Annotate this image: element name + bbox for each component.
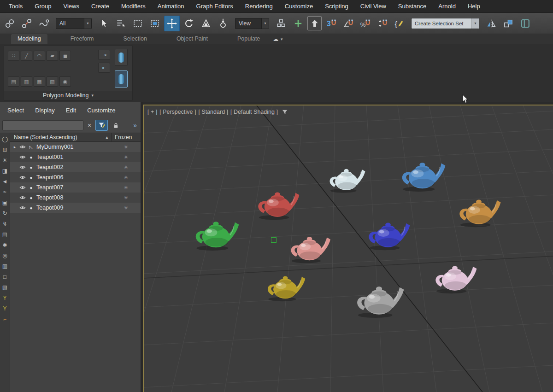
- perspective-viewport[interactable]: [ + ][ Perspective ][ Standard ][ Defaul…: [143, 105, 553, 392]
- edge-mode-button[interactable]: ╱: [21, 51, 32, 61]
- viewport-pov-label[interactable]: [ Perspective ]: [159, 109, 196, 115]
- preview-subobject-button[interactable]: ▥: [21, 76, 32, 87]
- display-materials-icon[interactable]: ▥: [2, 263, 7, 269]
- display-frozen-icon[interactable]: ✱: [2, 242, 7, 248]
- visibility-eye-icon[interactable]: [19, 194, 26, 201]
- explorer-menu-select[interactable]: Select: [7, 107, 24, 114]
- border-mode-button[interactable]: ◠: [34, 51, 45, 61]
- previous-modifier-button[interactable]: ⇤: [98, 63, 110, 73]
- display-objects-icon[interactable]: □: [3, 274, 6, 280]
- explorer-menu-customize[interactable]: Customize: [87, 107, 115, 114]
- ribbon-tab-object-paint[interactable]: Object Paint: [170, 34, 214, 44]
- mirror-button[interactable]: [483, 16, 499, 31]
- scene-row-teapot007[interactable]: ●Teapot007✳: [10, 182, 141, 193]
- clear-search-icon[interactable]: ×: [86, 122, 93, 129]
- next-modifier-button[interactable]: ⇥: [98, 50, 110, 60]
- menu-item-views[interactable]: Views: [58, 0, 85, 12]
- display-groups-icon[interactable]: ▣: [2, 200, 7, 205]
- use-pivot-point-center-button[interactable]: [273, 16, 289, 31]
- scene-row-mydummy001[interactable]: ▸◺MyDummy001✳: [10, 142, 141, 152]
- visibility-eye-icon[interactable]: [19, 205, 26, 211]
- expand-icon[interactable]: ▸: [12, 145, 17, 149]
- select-by-name-button[interactable]: [113, 16, 129, 31]
- ribbon-options-button[interactable]: ☁ ▼: [273, 36, 283, 44]
- teapot-royal-blue[interactable]: [363, 217, 413, 251]
- menu-item-arnold[interactable]: Arnold: [432, 0, 462, 12]
- element-mode-button[interactable]: ◼: [59, 51, 71, 61]
- spinner-snap-toggle-button[interactable]: [374, 16, 390, 31]
- display-helpers-icon[interactable]: ◄: [2, 179, 8, 184]
- angle-snap-toggle-button[interactable]: [340, 16, 356, 31]
- frozen-icon[interactable]: ✳: [124, 164, 128, 170]
- ribbon-toggle-2-button[interactable]: [115, 70, 128, 88]
- column-header-name[interactable]: Name (Sorted Ascending) ▲: [10, 133, 111, 141]
- ribbon-toggle-1-button[interactable]: [115, 49, 128, 66]
- explorer-menu-display[interactable]: Display: [35, 107, 55, 114]
- display-bones-icon[interactable]: ↯: [2, 221, 7, 227]
- menu-item-animation[interactable]: Animation: [152, 0, 190, 12]
- display-layers-icon[interactable]: ▧: [2, 285, 7, 290]
- viewport-shading-label[interactable]: [ Default Shading ]: [230, 109, 278, 115]
- teapot-gray[interactable]: [350, 281, 408, 319]
- display-lights-icon[interactable]: ☀: [2, 158, 7, 163]
- snaps-toggle-button[interactable]: [323, 16, 339, 31]
- frozen-icon[interactable]: ✳: [124, 154, 128, 160]
- select-and-manipulate-button[interactable]: [290, 16, 306, 31]
- menu-item-customize[interactable]: Customize: [279, 0, 319, 12]
- teapot-salmon[interactable]: [285, 232, 334, 264]
- scene-row-teapot006[interactable]: ●Teapot006✳: [10, 172, 141, 182]
- column-header-frozen[interactable]: Frozen: [111, 133, 141, 141]
- explorer-menu-edit[interactable]: Edit: [66, 107, 76, 114]
- ribbon-tab-modeling[interactable]: Modeling: [11, 34, 47, 44]
- filter-combination-icon[interactable]: Y: [3, 295, 6, 301]
- menu-item-help[interactable]: Help: [462, 0, 486, 12]
- display-space-warps-icon[interactable]: ≈: [3, 189, 6, 195]
- visibility-eye-icon[interactable]: [19, 184, 26, 191]
- frozen-icon[interactable]: ✳: [124, 195, 128, 201]
- teapot-orange[interactable]: [453, 194, 504, 228]
- viewport-filter-funnel-icon[interactable]: [282, 109, 288, 115]
- teapot-green[interactable]: [189, 216, 242, 252]
- visibility-eye-icon[interactable]: [19, 144, 26, 150]
- menu-item-modifiers[interactable]: Modifiers: [115, 0, 152, 12]
- search-input[interactable]: [2, 120, 83, 130]
- display-cameras-icon[interactable]: ◨: [2, 168, 7, 174]
- frozen-icon[interactable]: ✳: [124, 185, 128, 191]
- menu-item-scripting[interactable]: Scripting: [319, 0, 354, 12]
- expand-strip-icon[interactable]: ⌐: [3, 316, 6, 322]
- visibility-eye-icon[interactable]: [19, 154, 26, 160]
- select-and-rotate-button[interactable]: [181, 16, 197, 31]
- lock-explorer-button[interactable]: [111, 120, 121, 130]
- vertex-mode-button[interactable]: ∷: [8, 51, 19, 61]
- frozen-icon[interactable]: ✳: [124, 144, 128, 150]
- menu-item-tools[interactable]: Tools: [3, 0, 29, 12]
- scene-row-teapot009[interactable]: ●Teapot009✳: [10, 203, 141, 213]
- menu-item-create[interactable]: Create: [85, 0, 115, 12]
- polygon-mode-button[interactable]: ▰: [47, 51, 58, 61]
- teapot-yellow[interactable]: [262, 271, 308, 302]
- edit-named-selection-sets-button[interactable]: [391, 16, 407, 31]
- display-xrefs-icon[interactable]: ↻: [2, 211, 7, 216]
- pin-stack-button[interactable]: ▧: [47, 76, 58, 87]
- menu-item-substance[interactable]: Substance: [392, 0, 432, 12]
- preview-multi-button[interactable]: ▦: [34, 76, 45, 87]
- menu-item-rendering[interactable]: Rendering: [239, 0, 279, 12]
- display-containers-icon[interactable]: ▤: [2, 232, 7, 237]
- reference-coordinate-system-dropdown[interactable]: View▼: [235, 18, 269, 29]
- ribbon-tab-populate[interactable]: Populate: [231, 34, 266, 44]
- menu-item-group[interactable]: Group: [29, 0, 57, 12]
- viewport-general-menu[interactable]: [ + ]: [147, 109, 157, 115]
- viewport-renderer-label[interactable]: [ Standard ]: [198, 109, 228, 115]
- toggle-scene-explorer-button[interactable]: [518, 16, 533, 31]
- unlink-selection-button[interactable]: [19, 16, 35, 31]
- dummy-helper-marker[interactable]: [271, 237, 276, 243]
- scene-row-teapot002[interactable]: ●Teapot002✳: [10, 162, 141, 172]
- selection-filter-dropdown[interactable]: All▼: [56, 18, 92, 29]
- visibility-eye-icon[interactable]: [19, 164, 26, 170]
- align-button[interactable]: [500, 16, 516, 31]
- keyboard-shortcut-override-button[interactable]: [307, 16, 322, 30]
- select-object-button[interactable]: [96, 16, 112, 31]
- frozen-icon[interactable]: ✳: [124, 205, 128, 211]
- collapse-stack-button[interactable]: ◉: [59, 76, 71, 87]
- frozen-icon[interactable]: ✳: [124, 175, 128, 181]
